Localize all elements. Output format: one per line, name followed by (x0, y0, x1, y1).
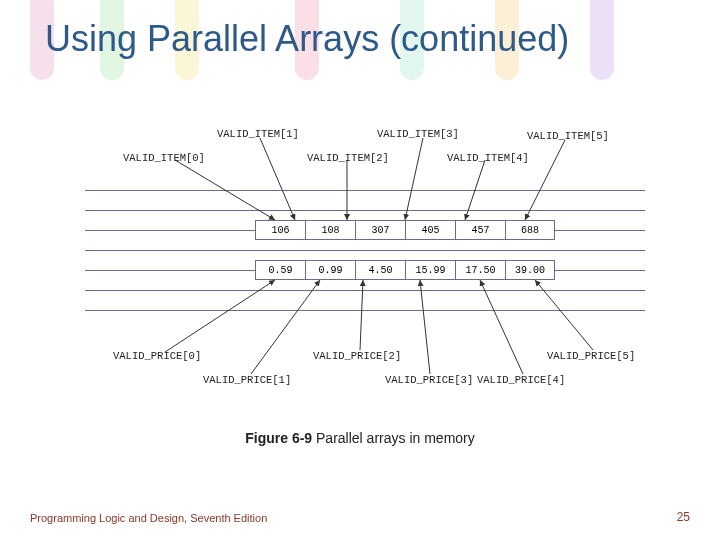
svg-line-8 (360, 280, 363, 350)
figure-parallel-arrays: 106108307405457688 0.590.994.5015.9917.5… (85, 120, 645, 410)
svg-line-4 (465, 160, 485, 220)
valid-item-label: VALID_ITEM[0] (123, 152, 205, 164)
svg-line-9 (420, 280, 430, 374)
valid-price-label: VALID_PRICE[4] (477, 374, 565, 386)
page-title: Using Parallel Arrays (continued) (45, 18, 569, 60)
valid-item-label: VALID_ITEM[2] (307, 152, 389, 164)
caption-text: Parallel arrays in memory (312, 430, 475, 446)
valid-price-label: VALID_PRICE[3] (385, 374, 473, 386)
decorative-stripe (590, 0, 614, 80)
valid-price-label: VALID_PRICE[1] (203, 374, 291, 386)
svg-line-5 (525, 140, 565, 220)
svg-line-11 (535, 280, 593, 350)
footer-book-title: Programming Logic and Design, Seventh Ed… (30, 512, 267, 524)
valid-item-label: VALID_ITEM[3] (377, 128, 459, 140)
svg-line-6 (165, 280, 275, 352)
valid-price-label: VALID_PRICE[0] (113, 350, 201, 362)
svg-line-10 (480, 280, 523, 374)
figure-caption: Figure 6-9 Parallel arrays in memory (0, 430, 720, 446)
svg-line-7 (251, 280, 320, 374)
svg-line-1 (260, 138, 295, 220)
valid-item-label: VALID_ITEM[4] (447, 152, 529, 164)
valid-price-label: VALID_PRICE[5] (547, 350, 635, 362)
svg-line-0 (175, 160, 275, 220)
caption-figure-number: Figure 6-9 (245, 430, 312, 446)
page-number: 25 (677, 510, 690, 524)
svg-line-3 (405, 138, 423, 220)
valid-item-label: VALID_ITEM[1] (217, 128, 299, 140)
valid-item-label: VALID_ITEM[5] (527, 130, 609, 142)
valid-price-label: VALID_PRICE[2] (313, 350, 401, 362)
